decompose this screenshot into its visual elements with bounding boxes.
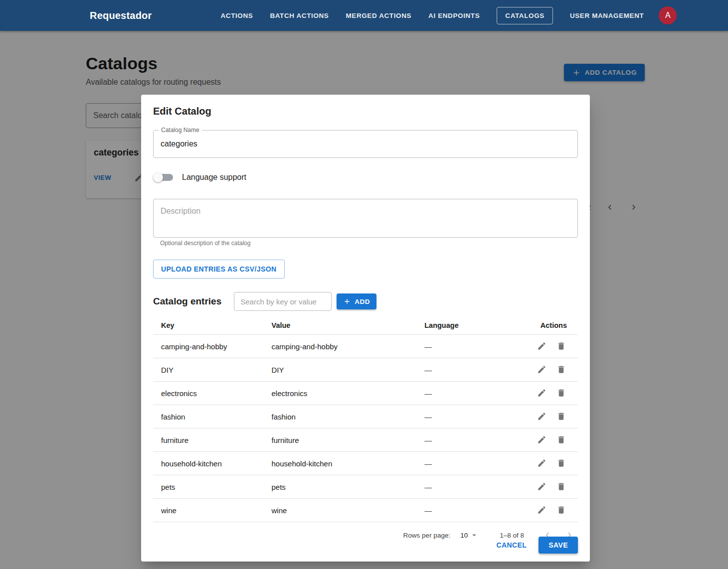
entry-value: furniture <box>264 428 417 452</box>
entry-row: camping-and-hobby camping-and-hobby — <box>153 335 578 358</box>
entries-search-input[interactable] <box>234 292 332 311</box>
entries-table: Key Value Language Actions camping-and-h… <box>153 318 578 522</box>
header-actions: Actions <box>514 318 578 335</box>
entry-row: fashion fashion — <box>153 405 578 428</box>
nav-items: ACTIONS BATCH ACTIONS MERGED ACTIONS AI … <box>220 7 644 24</box>
edit-entry-icon[interactable] <box>536 340 547 352</box>
dialog-title: Edit Catalog <box>153 106 578 117</box>
entry-language: — <box>416 475 514 499</box>
delete-entry-icon[interactable] <box>555 387 567 399</box>
entry-value: wine <box>264 499 417 522</box>
nav-item-actions[interactable]: ACTIONS <box>220 12 253 19</box>
description-helper-text: Optional description of the catalog <box>160 240 571 247</box>
nav-item-user-management[interactable]: USER MANAGEMENT <box>570 12 644 19</box>
entry-actions <box>514 428 578 452</box>
entry-key: electronics <box>153 382 264 405</box>
entry-actions <box>514 405 578 428</box>
dialog-actions: CANCEL SAVE <box>493 537 578 554</box>
add-entry-button[interactable]: ADD <box>337 293 376 309</box>
header-key: Key <box>153 318 264 335</box>
entry-language: — <box>416 382 514 405</box>
user-avatar[interactable]: A <box>659 6 677 24</box>
nav-item-ai-endpoints[interactable]: AI ENDPOINTS <box>428 12 480 19</box>
edit-entry-icon[interactable] <box>536 387 547 399</box>
entry-actions <box>514 335 578 358</box>
entry-value: DIY <box>264 358 417 382</box>
nav-item-catalogs[interactable]: CATALOGS <box>497 7 553 24</box>
entry-language: — <box>416 405 514 428</box>
cancel-button[interactable]: CANCEL <box>493 537 531 553</box>
header-value: Value <box>264 318 417 335</box>
rows-per-page-select[interactable]: 10 <box>460 531 479 540</box>
entry-key: wine <box>153 499 264 522</box>
edit-catalog-dialog: Edit Catalog Catalog Name Language suppo… <box>141 95 590 562</box>
entries-table-header-row: Key Value Language Actions <box>153 318 578 335</box>
entry-key: fashion <box>153 405 264 428</box>
entry-language: — <box>416 428 514 452</box>
edit-entry-icon[interactable] <box>536 434 547 445</box>
entry-actions <box>514 499 578 522</box>
entry-value: pets <box>264 475 417 499</box>
entry-language: — <box>416 358 514 382</box>
delete-entry-icon[interactable] <box>555 411 567 422</box>
rows-per-page-value: 10 <box>460 532 468 539</box>
entry-actions <box>514 358 578 382</box>
entry-value: camping-and-hobby <box>264 335 417 358</box>
delete-entry-icon[interactable] <box>555 504 567 516</box>
entry-key: DIY <box>153 358 264 382</box>
entry-key: furniture <box>153 428 264 452</box>
entries-title: Catalog entries <box>153 296 221 307</box>
catalog-name-input[interactable] <box>154 131 577 157</box>
entry-value: electronics <box>264 382 417 405</box>
nav-item-merged-actions[interactable]: MERGED ACTIONS <box>346 12 411 19</box>
description-field <box>153 199 578 238</box>
edit-entry-icon[interactable] <box>536 411 547 422</box>
caret-down-icon <box>470 531 479 540</box>
language-support-row: Language support <box>153 168 578 187</box>
entries-header: Catalog entries ADD <box>153 291 578 311</box>
entry-key: household-kitchen <box>153 452 264 475</box>
upload-entries-button[interactable]: UPLOAD ENTRIES AS CSV/JSON <box>153 260 285 279</box>
toggle-thumb <box>153 172 163 182</box>
app-brand: Requestador <box>90 10 152 21</box>
delete-entry-icon[interactable] <box>555 481 567 492</box>
delete-entry-icon[interactable] <box>555 364 567 375</box>
catalog-name-label: Catalog Name <box>159 127 202 134</box>
entry-row: household-kitchen household-kitchen — <box>153 452 578 475</box>
delete-entry-icon[interactable] <box>555 434 567 445</box>
delete-entry-icon[interactable] <box>555 457 567 469</box>
rows-per-page-label: Rows per page: <box>403 532 451 539</box>
plus-icon <box>343 297 351 305</box>
entry-key: camping-and-hobby <box>153 335 264 358</box>
entry-row: furniture furniture — <box>153 428 578 452</box>
entry-row: pets pets — <box>153 475 578 499</box>
entry-actions <box>514 475 578 499</box>
entry-actions <box>514 452 578 475</box>
header-language: Language <box>416 318 514 335</box>
catalog-name-field: Catalog Name <box>153 130 578 158</box>
entries-table-body: camping-and-hobby camping-and-hobby — DI… <box>153 335 578 522</box>
edit-entry-icon[interactable] <box>536 504 547 516</box>
entry-language: — <box>416 452 514 475</box>
top-navbar: Requestador ACTIONS BATCH ACTIONS MERGED… <box>0 0 728 31</box>
language-support-label: Language support <box>182 173 246 182</box>
app-brand-label: Requestador <box>90 10 152 21</box>
entry-row: electronics electronics — <box>153 382 578 405</box>
entry-row: DIY DIY — <box>153 358 578 382</box>
add-entry-label: ADD <box>355 298 370 305</box>
nav-item-batch-actions[interactable]: BATCH ACTIONS <box>270 12 329 19</box>
save-button[interactable]: SAVE <box>539 537 578 554</box>
description-textarea[interactable] <box>154 199 577 237</box>
edit-entry-icon[interactable] <box>536 457 547 469</box>
delete-entry-icon[interactable] <box>555 340 567 352</box>
entry-actions <box>514 382 578 405</box>
entry-value: fashion <box>264 405 417 428</box>
language-support-toggle[interactable] <box>153 171 176 183</box>
entry-language: — <box>416 499 514 522</box>
entry-row: wine wine — <box>153 499 578 522</box>
entry-key: pets <box>153 475 264 499</box>
edit-entry-icon[interactable] <box>536 364 547 375</box>
edit-entry-icon[interactable] <box>536 481 547 492</box>
entry-language: — <box>416 335 514 358</box>
entry-value: household-kitchen <box>264 452 417 475</box>
